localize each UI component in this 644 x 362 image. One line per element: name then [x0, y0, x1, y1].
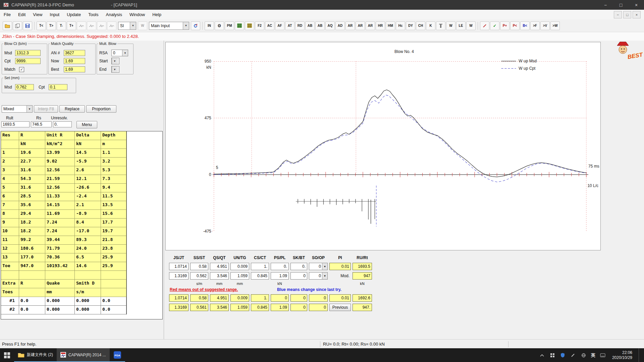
- res-table-cell[interactable]: 0.0: [101, 297, 126, 306]
- res-table-cell[interactable]: 3: [1, 166, 19, 175]
- param-field[interactable]: 0: [309, 304, 328, 311]
- res-table-cell[interactable]: 5: [1, 184, 19, 192]
- blow-count-cpt-field[interactable]: 9999.: [15, 58, 41, 64]
- res-table-cell[interactable]: 99.2: [19, 236, 45, 245]
- res-table-cell[interactable]: 7.24: [45, 219, 75, 227]
- tray-globe-icon[interactable]: [581, 352, 587, 358]
- toolbar-button-F2-22[interactable]: F2: [255, 21, 264, 30]
- toolbar-button-AR-31[interactable]: AR: [345, 21, 355, 30]
- wave-1-button[interactable]: [77, 21, 86, 30]
- tray-expand-icon[interactable]: [539, 352, 545, 358]
- param-field[interactable]: 947.: [353, 304, 372, 311]
- res-table-cell[interactable]: 3.2: [101, 158, 126, 166]
- res-table-cell[interactable]: 21.59: [45, 175, 75, 184]
- param-field[interactable]: 1.3169: [169, 304, 189, 311]
- res-table-cell[interactable]: 9.4: [101, 184, 126, 192]
- taskbar-capwap-button[interactable]: CAPWAP(R) 2014 ...: [57, 348, 110, 362]
- mq-best-field[interactable]: 1.69: [64, 66, 85, 72]
- menu-view[interactable]: View: [29, 10, 46, 19]
- res-table-cell[interactable]: 2.1: [75, 201, 101, 210]
- param-field[interactable]: 0.009: [230, 294, 249, 302]
- start-select[interactable]: ▼: [111, 58, 119, 64]
- rult-field[interactable]: 1693.5: [1, 121, 30, 127]
- param-field[interactable]: 0.01: [329, 294, 351, 302]
- res-table-cell[interactable]: 0.000: [75, 306, 101, 314]
- blow-count-msd-field[interactable]: 1312.3: [15, 50, 41, 56]
- param-field[interactable]: 0: [290, 304, 307, 311]
- wave-2-button[interactable]: [87, 21, 96, 30]
- res-table-cell[interactable]: 0.0: [101, 306, 126, 314]
- param-field[interactable]: 0: [271, 294, 289, 302]
- res-table-cell[interactable]: 5.3: [101, 166, 126, 175]
- res-table-cell[interactable]: 71.79: [45, 245, 75, 253]
- res-table-cell[interactable]: 6.5: [75, 253, 101, 262]
- res-table-cell[interactable]: 25.9: [101, 262, 126, 271]
- menu-tools[interactable]: Tools: [85, 10, 102, 19]
- view-select[interactable]: Main Input▼: [149, 22, 189, 30]
- res-table-cell[interactable]: 7.3: [101, 175, 126, 184]
- res-table-cell[interactable]: 0.000: [75, 297, 101, 306]
- res-table-cell[interactable]: 947.0: [19, 262, 45, 271]
- close-button[interactable]: ×: [629, 0, 644, 10]
- toolbar-button-HM-35[interactable]: HM: [386, 21, 395, 30]
- set-msd-field[interactable]: 0.762: [15, 84, 34, 90]
- mdi-close-button[interactable]: ×: [633, 11, 641, 18]
- res-table-cell[interactable]: 31.6: [19, 166, 45, 175]
- res-table-cell[interactable]: 24.0: [75, 245, 101, 253]
- toolbar-button->F-50[interactable]: >F: [530, 21, 540, 30]
- res-table-cell[interactable]: 0.000: [45, 306, 75, 314]
- res-table-cell[interactable]: 12.1: [75, 175, 101, 184]
- param-field[interactable]: 0.: [290, 263, 307, 270]
- res-table-cell[interactable]: 1.1: [101, 149, 126, 158]
- toolbar-button-T--6[interactable]: T-: [57, 21, 66, 30]
- param-field[interactable]: 1.3169: [169, 272, 189, 280]
- res-table-cell[interactable]: -5.9: [75, 158, 101, 166]
- res-table-cell[interactable]: 8: [1, 210, 19, 219]
- param-field[interactable]: 1.09: [271, 272, 289, 280]
- param-field[interactable]: 1.0714: [169, 294, 189, 302]
- mq-now-field[interactable]: 1.69: [64, 58, 85, 64]
- toolbar-button-T<-4[interactable]: T<: [37, 21, 46, 30]
- toolbar-button-HR-34[interactable]: HR: [376, 21, 385, 30]
- param-field[interactable]: 1692.6: [353, 294, 372, 302]
- mdi-minimize-button[interactable]: −: [614, 11, 622, 18]
- mdi-restore-button[interactable]: □: [623, 11, 631, 18]
- res-table-cell[interactable]: 9.02: [45, 158, 75, 166]
- res-table-cell[interactable]: 11: [1, 236, 19, 245]
- toolbar-button-AF-24[interactable]: AF: [275, 21, 284, 30]
- res-table-cell[interactable]: 4: [1, 175, 19, 184]
- res-table-cell[interactable]: 0.0: [19, 306, 45, 314]
- param-field[interactable]: 0.58: [190, 263, 208, 270]
- res-table-cell[interactable]: 13: [1, 253, 19, 262]
- check-button[interactable]: ✓: [490, 21, 499, 30]
- param-field[interactable]: 0: [309, 294, 328, 302]
- grid-green-button[interactable]: [235, 21, 244, 30]
- res-table-cell[interactable]: 13.5: [101, 201, 126, 210]
- toolbar-button-AR-32[interactable]: AR: [356, 21, 365, 30]
- analysis-number-field[interactable]: 3627: [64, 50, 85, 56]
- distribution-mode-select[interactable]: Mixed ▼: [2, 105, 33, 113]
- param-field[interactable]: 1693.5: [353, 263, 372, 270]
- toolbar-button-AR-33[interactable]: AR: [366, 21, 375, 30]
- end-select[interactable]: ▼: [111, 66, 119, 73]
- toolbar-button-AC-23[interactable]: AC: [265, 21, 274, 30]
- toolbar-button-AQ-29[interactable]: AQ: [325, 21, 335, 30]
- toolbar-button-T+-7[interactable]: T+: [67, 21, 76, 30]
- res-table-cell[interactable]: 11.33: [45, 192, 75, 201]
- tray-keyboard-icon[interactable]: [600, 352, 606, 358]
- param-field[interactable]: 0: [290, 272, 307, 280]
- res-table-cell[interactable]: 23.8: [101, 245, 126, 253]
- theta-button[interactable]: Θ: [215, 21, 224, 30]
- res-table-cell[interactable]: 13.99: [45, 149, 75, 158]
- res-table-cell[interactable]: 7: [1, 201, 19, 210]
- unit-system-select[interactable]: SI▼: [118, 22, 136, 30]
- menu-file[interactable]: File: [0, 10, 14, 19]
- res-table-cell[interactable]: 29.4: [19, 210, 45, 219]
- res-table-cell[interactable]: 11.69: [45, 210, 75, 219]
- res-table-cell[interactable]: Toe: [1, 262, 19, 271]
- maximize-button[interactable]: □: [613, 0, 629, 10]
- res-table-cell[interactable]: 10: [1, 227, 19, 236]
- show-desktop-button[interactable]: [639, 348, 641, 362]
- match-checkbox[interactable]: ✓: [19, 67, 24, 72]
- res-table-cell[interactable]: 0.000: [45, 297, 75, 306]
